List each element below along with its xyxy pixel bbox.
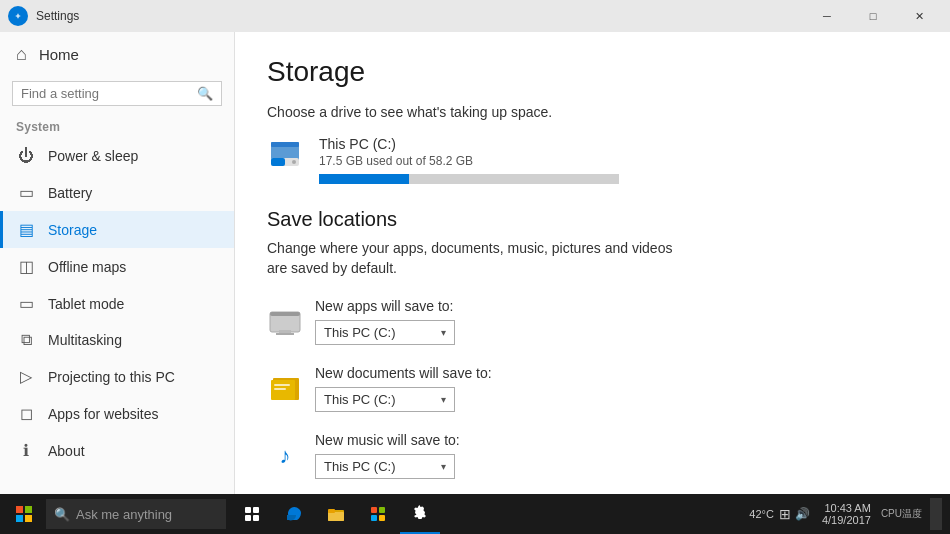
battery-icon: ▭: [16, 183, 36, 202]
sidebar-item-apps-websites[interactable]: ◻ Apps for websites: [0, 395, 234, 432]
svg-rect-18: [25, 506, 32, 513]
svg-rect-23: [245, 515, 251, 521]
taskbar-search-icon: 🔍: [54, 507, 70, 522]
taskbar: 🔍 Ask me anything: [0, 494, 950, 534]
taskbar-search-box[interactable]: 🔍 Ask me anything: [46, 499, 226, 529]
sidebar-home[interactable]: ⌂ Home: [0, 32, 234, 77]
save-location-documents: New documents will save to: This PC (C:)…: [267, 365, 918, 412]
svg-rect-7: [270, 312, 300, 316]
apps-save-content: New apps will save to: This PC (C:) ▾: [315, 298, 918, 345]
apps-save-icon: [267, 308, 303, 336]
svg-rect-24: [253, 515, 259, 521]
close-button[interactable]: ✕: [896, 0, 942, 32]
main-container: ⌂ Home 🔍 System ⏻ Power & sleep ▭ Batter…: [0, 32, 950, 494]
offline-maps-icon: ◫: [16, 257, 36, 276]
cpu-info: CPU温度: [881, 507, 922, 521]
apps-websites-icon: ◻: [16, 404, 36, 423]
task-view-button[interactable]: [232, 494, 272, 534]
storage-icon: ▤: [16, 220, 36, 239]
drive-block[interactable]: This PC (C:) 17.5 GB used out of 58.2 GB: [267, 136, 918, 184]
clock-time: 10:43 AM: [824, 502, 870, 514]
app-icon: [8, 6, 28, 26]
title-bar: Settings ─ □ ✕: [0, 0, 950, 32]
restore-button[interactable]: □: [850, 0, 896, 32]
window-controls[interactable]: ─ □ ✕: [804, 0, 942, 32]
sidebar-item-storage[interactable]: ▤ Storage: [0, 211, 234, 248]
docs-save-content: New documents will save to: This PC (C:)…: [315, 365, 918, 412]
search-input[interactable]: [21, 86, 197, 101]
file-explorer-button[interactable]: [316, 494, 356, 534]
music-save-dropdown[interactable]: This PC (C:) ▾: [315, 454, 455, 479]
docs-dropdown-arrow: ▾: [441, 394, 446, 405]
svg-rect-4: [271, 158, 285, 166]
svg-rect-29: [379, 507, 385, 513]
docs-save-dropdown[interactable]: This PC (C:) ▾: [315, 387, 455, 412]
drive-bar-fill: [319, 174, 409, 184]
sidebar-item-projecting[interactable]: ▷ Projecting to this PC: [0, 358, 234, 395]
sidebar-items-list: ⏻ Power & sleep ▭ Battery ▤ Storage ◫ Of…: [0, 138, 234, 494]
apps-save-label: New apps will save to:: [315, 298, 918, 314]
apps-save-value: This PC (C:): [324, 325, 396, 340]
sidebar-item-battery[interactable]: ▭ Battery: [0, 174, 234, 211]
minimize-button[interactable]: ─: [804, 0, 850, 32]
sidebar-item-tablet-mode[interactable]: ▭ Tablet mode: [0, 285, 234, 322]
apps-save-dropdown[interactable]: This PC (C:) ▾: [315, 320, 455, 345]
svg-rect-31: [379, 515, 385, 521]
settings-button[interactable]: [400, 494, 440, 534]
sidebar-section-label: System: [0, 114, 234, 138]
edge-button[interactable]: [274, 494, 314, 534]
music-save-icon: ♪: [267, 442, 303, 470]
svg-rect-19: [16, 515, 23, 522]
music-save-content: New music will save to: This PC (C:) ▾: [315, 432, 918, 479]
music-save-value: This PC (C:): [324, 459, 396, 474]
sidebar-item-power-sleep[interactable]: ⏻ Power & sleep: [0, 138, 234, 174]
drive-info: This PC (C:) 17.5 GB used out of 58.2 GB: [319, 136, 918, 184]
sidebar-search-box[interactable]: 🔍: [12, 81, 222, 106]
svg-rect-30: [371, 515, 377, 521]
clock-date: 4/19/2017: [822, 514, 871, 526]
drive-icon: [267, 136, 303, 172]
store-button[interactable]: [358, 494, 398, 534]
volume-icon[interactable]: 🔊: [793, 507, 812, 521]
docs-save-label: New documents will save to:: [315, 365, 918, 381]
docs-save-icon: [267, 375, 303, 403]
power-sleep-icon: ⏻: [16, 147, 36, 165]
svg-rect-17: [16, 506, 23, 513]
taskbar-icon-group: [232, 494, 440, 534]
docs-save-value: This PC (C:): [324, 392, 396, 407]
home-label: Home: [39, 46, 79, 63]
svg-point-5: [292, 160, 296, 164]
svg-rect-9: [276, 333, 294, 335]
svg-rect-12: [274, 384, 290, 386]
svg-rect-22: [253, 507, 259, 513]
music-save-label: New music will save to:: [315, 432, 918, 448]
content-area: Storage Choose a drive to see what's tak…: [235, 32, 950, 494]
save-locations-desc: Change where your apps, documents, music…: [267, 239, 918, 278]
system-tray-icons: 42°C ⊞ 🔊: [746, 506, 812, 522]
svg-rect-2: [271, 142, 299, 147]
sidebar-item-offline-maps[interactable]: ◫ Offline maps: [0, 248, 234, 285]
save-location-music: ♪ New music will save to: This PC (C:) ▾: [267, 432, 918, 479]
drive-name: This PC (C:): [319, 136, 918, 152]
multitasking-icon: ⧉: [16, 331, 36, 349]
window-title: Settings: [36, 9, 804, 23]
network-icon[interactable]: ⊞: [779, 506, 791, 522]
system-clock[interactable]: 10:43 AM 4/19/2017: [816, 502, 877, 526]
save-location-apps: New apps will save to: This PC (C:) ▾: [267, 298, 918, 345]
music-dropdown-arrow: ▾: [441, 461, 446, 472]
show-desktop-button[interactable]: [930, 498, 942, 530]
svg-rect-28: [371, 507, 377, 513]
apps-dropdown-arrow: ▾: [441, 327, 446, 338]
about-icon: ℹ: [16, 441, 36, 460]
storage-subtitle: Choose a drive to see what's taking up s…: [267, 104, 918, 120]
home-icon: ⌂: [16, 44, 27, 65]
drive-size: 17.5 GB used out of 58.2 GB: [319, 154, 918, 168]
svg-rect-13: [274, 388, 286, 390]
sidebar-item-multitasking[interactable]: ⧉ Multitasking: [0, 322, 234, 358]
start-button[interactable]: [4, 494, 44, 534]
sidebar-item-about[interactable]: ℹ About: [0, 432, 234, 469]
svg-rect-20: [25, 515, 32, 522]
sidebar: ⌂ Home 🔍 System ⏻ Power & sleep ▭ Batter…: [0, 32, 235, 494]
taskbar-right-area: 42°C ⊞ 🔊 10:43 AM 4/19/2017 CPU温度: [746, 498, 946, 530]
svg-rect-26: [328, 512, 344, 521]
